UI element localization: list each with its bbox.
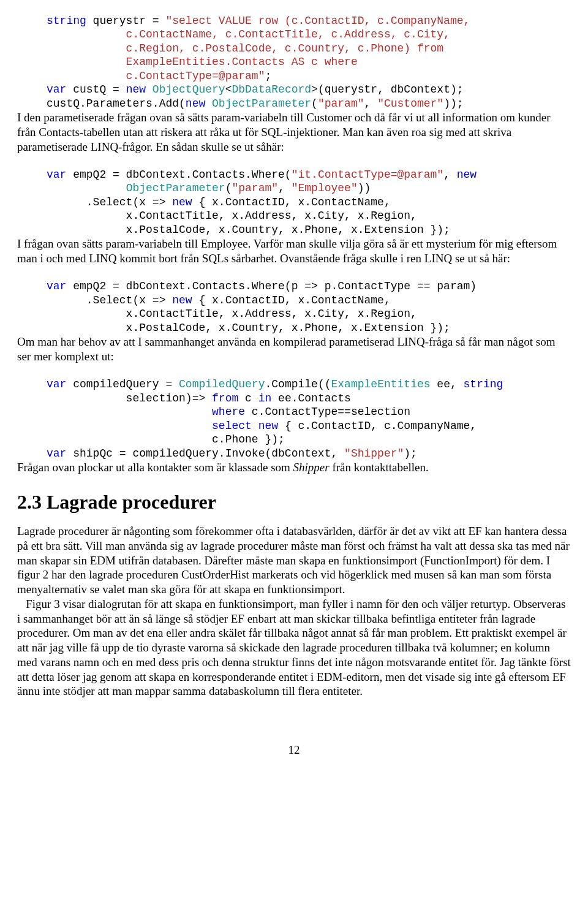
emphasis: Shipper [293, 461, 330, 474]
code-text: custQ = [66, 83, 126, 96]
type: ExampleEntities [331, 378, 431, 390]
str: c.ContactName, c.ContactTitle, c.Address… [47, 28, 450, 40]
code-text: ee.Contacts [271, 392, 351, 404]
code-text: c [238, 392, 258, 404]
kw: var [47, 378, 66, 390]
section-heading: 2.3 Lagrade procedurer [17, 490, 571, 514]
kw: string [464, 378, 503, 390]
kw: var [47, 447, 66, 460]
kw: new [258, 420, 278, 432]
code-text [47, 406, 212, 418]
code-block-3: var empQ2 = dbContext.Contacts.Where(p =… [17, 266, 571, 335]
code-text: .Compile(( [265, 378, 331, 390]
code-text: .Select(x => [47, 294, 172, 306]
code-block-2: var empQ2 = dbContext.Contacts.Where("it… [17, 154, 571, 237]
code-block-1: string querystr = "select VALUE row (c.C… [17, 0, 571, 110]
code-text: )); [443, 97, 463, 110]
code-text: ( [311, 97, 318, 110]
kw: new [172, 196, 192, 208]
kw: new [172, 294, 192, 306]
type: ObjectParameter [126, 182, 225, 194]
code-text [146, 83, 153, 96]
code-text: , [443, 169, 457, 181]
code-text: .Select(x => [47, 196, 172, 208]
kw: var [47, 169, 66, 181]
text: Frågan ovan plockar ut alla kontakter so… [17, 461, 293, 474]
code-text: empQ2 = dbContext.Contacts.Where(p => p.… [66, 280, 477, 292]
kw: select [212, 420, 252, 432]
type: DbDataRecord [232, 83, 311, 96]
kw: from [212, 392, 238, 404]
code-text: , [278, 182, 292, 194]
str: "param" [232, 182, 278, 194]
code-text: ee, [431, 378, 464, 390]
kw: string [47, 15, 86, 27]
code-text: )) [358, 182, 371, 194]
text: från kontakttabellen. [330, 461, 429, 474]
code-text: < [225, 83, 232, 96]
code-text: , [364, 97, 378, 110]
str: "it.ContactType=@param" [292, 169, 443, 181]
code-text: querystr = [86, 15, 166, 27]
kw: where [212, 406, 245, 418]
kw: in [258, 392, 272, 404]
str: c.Region, c.PostalCode, c.Country, c.Pho… [47, 42, 443, 55]
paragraph-4: Frågan ovan plockar ut alla kontakter so… [17, 460, 571, 475]
code-text: { c.ContactID, c.CompanyName, [278, 420, 477, 432]
str: ExampleEntities.Contacts AS c where [47, 56, 358, 68]
code-text: c.Phone }); [47, 433, 285, 446]
code-text: x.ContactTitle, x.Address, x.City, x.Reg… [47, 308, 417, 320]
code-text [252, 420, 258, 432]
type: ObjectQuery [153, 83, 225, 96]
kw: new [457, 169, 477, 181]
code-text: c.ContactType==selection [245, 406, 410, 418]
code-text: ; [265, 70, 271, 82]
code-text: ( [225, 182, 232, 194]
code-text: >(querystr, dbContext); [311, 83, 463, 96]
code-text: empQ2 = dbContext.Contacts.Where( [66, 169, 291, 181]
paragraph-5: Lagrade procedurer är någonting som före… [17, 524, 571, 597]
code-text: custQ.Parameters.Add( [47, 97, 186, 110]
kw: var [47, 280, 66, 292]
str: "Shipper" [344, 447, 404, 460]
code-text: x.ContactTitle, x.Address, x.City, x.Reg… [47, 210, 417, 222]
str: "Employee" [292, 182, 358, 194]
page-number: 12 [17, 743, 571, 757]
str: c.ContactType=@param" [47, 70, 265, 82]
kw: new [126, 83, 146, 96]
str: "select VALUE row (c.ContactID, c.Compan… [165, 15, 470, 27]
paragraph-6: Figur 3 visar dialogrutan för att skapa … [17, 597, 571, 699]
paragraph-1: I den parametiserade frågan ovan så sätt… [17, 110, 571, 154]
code-block-4: var compiledQuery = CompiledQuery.Compil… [17, 364, 571, 461]
paragraph-3: Om man har behov av att I sammanhanget a… [17, 335, 571, 364]
type: ObjectParameter [212, 97, 311, 110]
code-text: selection)=> [47, 392, 212, 404]
code-text: x.PostalCode, x.Country, x.Phone, x.Exte… [47, 224, 450, 236]
code-text [47, 420, 212, 432]
code-text: compiledQuery = [66, 378, 179, 390]
kw: var [47, 83, 66, 96]
code-text: shipQc = compiledQuery.Invoke(dbContext, [66, 447, 344, 460]
str: "Customer" [377, 97, 443, 110]
code-text: ); [404, 447, 417, 460]
code-text [47, 182, 126, 194]
kw: new [186, 97, 205, 110]
paragraph-2: I frågan ovan sätts param-variabeln till… [17, 237, 571, 266]
str: "param" [318, 97, 364, 110]
code-text: { x.ContactID, x.ContactName, [192, 196, 391, 208]
code-text: { x.ContactID, x.ContactName, [192, 294, 391, 306]
code-text [205, 97, 212, 110]
type: CompiledQuery [179, 378, 265, 390]
code-text: x.PostalCode, x.Country, x.Phone, x.Exte… [47, 322, 450, 334]
